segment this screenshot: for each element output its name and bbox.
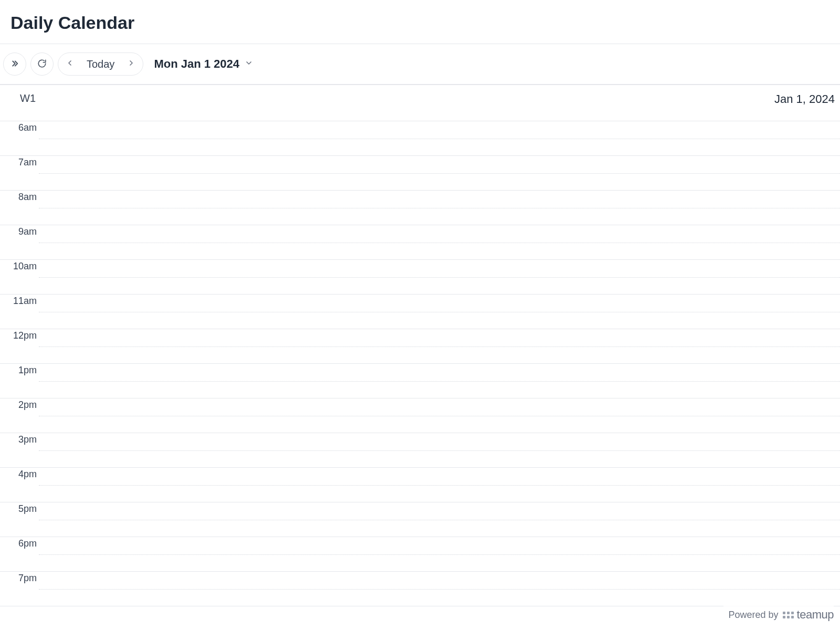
time-label: 7pm: [0, 572, 39, 606]
time-row: 11am: [0, 295, 840, 329]
footer: Powered by teamup: [723, 606, 834, 624]
time-row: 7pm: [0, 572, 840, 606]
time-row: 6pm: [0, 537, 840, 572]
time-slot[interactable]: [39, 260, 840, 294]
time-slot[interactable]: [39, 295, 840, 329]
day-date: Jan 1, 2024: [774, 92, 835, 106]
powered-by-label: Powered by: [729, 610, 779, 621]
time-label: 6pm: [0, 537, 39, 571]
time-slot[interactable]: [39, 537, 840, 571]
time-label: 9am: [0, 225, 39, 259]
day-header: W1 Jan 1, 2024: [0, 85, 840, 121]
time-row: 1pm: [0, 364, 840, 398]
next-day-button[interactable]: [122, 55, 141, 74]
teamup-logo-icon: [783, 612, 794, 618]
page-title: Daily Calendar: [10, 13, 830, 33]
time-label: 7am: [0, 156, 39, 190]
time-row: 3pm: [0, 433, 840, 468]
time-slot[interactable]: [39, 364, 840, 398]
time-row: 2pm: [0, 398, 840, 433]
time-label: 5pm: [0, 502, 39, 537]
today-label: Today: [87, 58, 114, 70]
toolbar: Today Mon Jan 1 2024: [0, 44, 840, 85]
time-label: 10am: [0, 260, 39, 294]
time-label: 6am: [0, 121, 39, 155]
date-picker-trigger[interactable]: Mon Jan 1 2024: [154, 57, 253, 71]
calendar-container: W1 Jan 1, 2024 6am 7am 8am 9am 10am 11am: [0, 85, 840, 606]
week-label: W1: [20, 92, 36, 104]
chevron-down-icon: [245, 59, 253, 69]
time-row: 4pm: [0, 468, 840, 502]
today-button[interactable]: Today: [79, 55, 122, 74]
time-label: 12pm: [0, 329, 39, 363]
prev-day-button[interactable]: [60, 55, 79, 74]
teamup-brand-text: teamup: [797, 608, 834, 622]
refresh-icon: [37, 59, 47, 70]
time-slot[interactable]: [39, 191, 840, 225]
time-slot[interactable]: [39, 433, 840, 467]
time-grid: 6am 7am 8am 9am 10am 11am 12pm 1pm: [0, 121, 840, 606]
teamup-link[interactable]: teamup: [783, 608, 834, 622]
time-slot[interactable]: [39, 502, 840, 537]
date-nav-group: Today: [58, 52, 143, 76]
time-label: 8am: [0, 191, 39, 225]
time-label: 1pm: [0, 364, 39, 398]
chevron-left-icon: [66, 59, 74, 69]
time-slot[interactable]: [39, 398, 840, 433]
time-label: 3pm: [0, 433, 39, 467]
time-slot[interactable]: [39, 329, 840, 363]
refresh-button[interactable]: [30, 52, 54, 76]
time-row: 9am: [0, 225, 840, 260]
time-slot[interactable]: [39, 572, 840, 606]
time-slot[interactable]: [39, 121, 840, 155]
time-label: 4pm: [0, 468, 39, 502]
time-row: 5pm: [0, 502, 840, 537]
time-row: 7am: [0, 156, 840, 191]
time-slot[interactable]: [39, 225, 840, 259]
chevron-double-right-icon: [10, 59, 19, 70]
chevron-right-icon: [127, 59, 135, 69]
time-row: 8am: [0, 191, 840, 225]
expand-sidebar-button[interactable]: [3, 52, 26, 76]
time-row: 12pm: [0, 329, 840, 364]
time-slot[interactable]: [39, 468, 840, 502]
time-label: 11am: [0, 295, 39, 329]
current-date-text: Mon Jan 1 2024: [154, 57, 239, 71]
time-row: 6am: [0, 121, 840, 156]
time-slot[interactable]: [39, 156, 840, 190]
time-row: 10am: [0, 260, 840, 295]
time-label: 2pm: [0, 398, 39, 433]
header: Daily Calendar: [0, 0, 840, 44]
